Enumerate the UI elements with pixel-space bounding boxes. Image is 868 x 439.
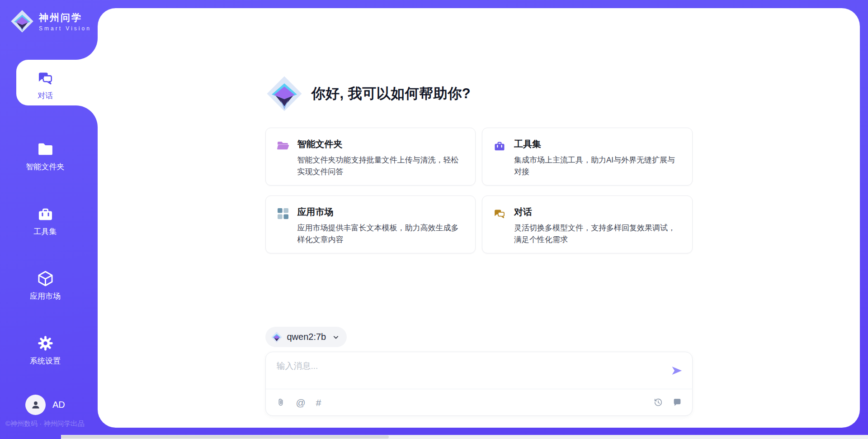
composer: qwen2:7b @ [265,327,693,416]
scrollbar-thumb[interactable] [61,435,389,439]
diamond-logo-icon [265,75,303,113]
feature-cards: 智能文件夹 智能文件夹功能支持批量文件上传与清洗，轻松实现文件问答 工具集 集成… [265,128,693,253]
send-button[interactable] [670,364,683,377]
message-input-card: @ # [265,352,693,416]
toolbox-icon [493,138,507,175]
card-app-market[interactable]: 应用市场 应用市场提供丰富长文本模板，助力高效生成多样化文章内容 [265,196,476,253]
chevron-down-icon [331,333,340,342]
sidebar-item-label: 智能文件夹 [26,162,65,172]
model-selector[interactable]: qwen2:7b [265,327,347,347]
card-title: 工具集 [514,138,681,150]
app-grid-icon [277,206,290,243]
brand: 神州问学 Smart Vision [10,9,91,33]
main-panel: 你好, 我可以如何帮助你? 智能文件夹 智能文件夹功能支持批量文件上传与清洗，轻… [98,8,860,428]
greeting-title: 你好, 我可以如何帮助你? [311,84,471,103]
sidebar-item-settings[interactable]: 系统设置 [0,325,90,371]
card-title: 对话 [514,206,681,218]
chat-bubbles-icon [493,206,507,243]
brand-name: 神州问学 [39,11,91,24]
message-input[interactable] [277,360,660,385]
hash-icon[interactable]: # [316,398,321,407]
folder-open-icon [277,138,290,175]
diamond-logo-icon [10,9,34,33]
sidebar-item-label: 工具集 [34,226,57,237]
card-description: 智能文件夹功能支持批量文件上传与清洗，轻松实现文件问答 [297,154,465,178]
at-icon[interactable]: @ [296,398,306,407]
send-icon [670,364,683,377]
sidebar-item-toolset[interactable]: 工具集 [0,196,90,241]
card-smart-folders[interactable]: 智能文件夹 智能文件夹功能支持批量文件上传与清洗，轻松实现文件问答 [265,128,476,186]
chat-bubble-icon[interactable] [672,397,682,407]
sidebar-item-label: 应用市场 [30,291,61,301]
sidebar-item-chat[interactable]: 对话 [0,60,90,105]
sidebar-item-label: 系统设置 [30,356,61,366]
card-title: 应用市场 [297,206,465,218]
card-description: 灵活切换多模型文件，支持多样回复效果调试，满足个性化需求 [514,222,681,246]
card-chat[interactable]: 对话 灵活切换多模型文件，支持多样回复效果调试，满足个性化需求 [482,196,693,253]
sidebar-item-app-market[interactable]: 应用市场 [0,260,90,306]
person-icon [30,399,42,411]
diamond-logo-icon [271,331,283,343]
chat-bubbles-icon [36,69,55,87]
active-tab-pill [16,60,98,105]
card-toolset[interactable]: 工具集 集成市场上主流工具，助力AI与外界无缝扩展与对接 [482,128,693,186]
cube-icon [36,269,55,288]
paperclip-icon[interactable] [276,397,286,407]
sidebar-item-label: 对话 [38,91,53,101]
greeting: 你好, 我可以如何帮助你? [265,75,693,113]
composer-toolbar: @ # [266,389,692,415]
gear-icon [36,334,55,353]
avatar [25,395,46,415]
card-description: 集成市场上主流工具，助力AI与外界无缝扩展与对接 [514,154,681,178]
footer-credit: ©神州数码 · 神州问学出品 [5,420,84,428]
toolbox-icon [36,205,55,223]
brand-subtitle: Smart Vision [39,25,91,32]
card-title: 智能文件夹 [297,138,465,150]
folder-icon [36,140,55,158]
model-name: qwen2:7b [287,332,326,342]
sidebar-nav: 对话 智能文件夹 工具集 应用市场 [0,60,90,390]
user-name: AD [52,400,65,410]
sidebar-item-smart-folders[interactable]: 智能文件夹 [0,131,90,177]
card-description: 应用市场提供丰富长文本模板，助力高效生成多样化文章内容 [297,222,465,246]
horizontal-scrollbar[interactable] [61,435,868,439]
history-icon[interactable] [653,397,663,407]
user-block[interactable]: AD [25,395,65,415]
